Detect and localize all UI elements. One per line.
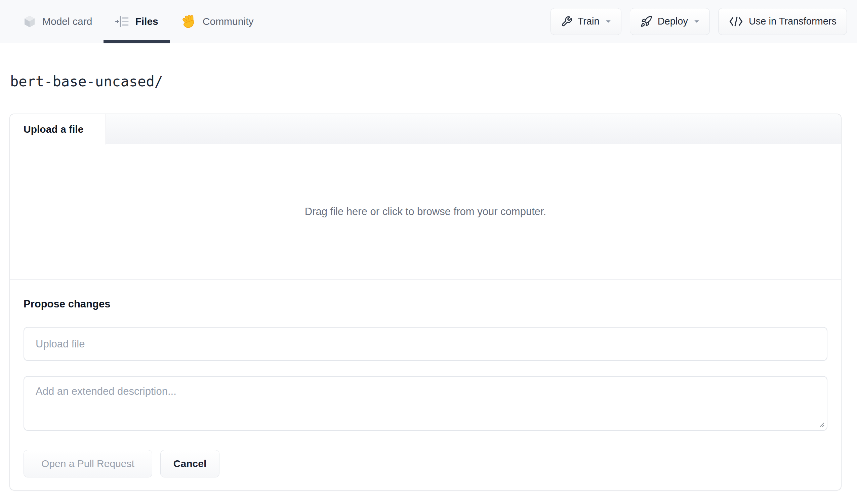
propose-actions: Open a Pull Request Cancel: [23, 450, 827, 477]
code-icon: [728, 16, 743, 27]
propose-changes-section: Propose changes Open a Pull Request Canc…: [10, 298, 841, 490]
repo-path[interactable]: bert-base-uncased/: [10, 73, 163, 90]
repo-tab-bar: Model card Files: [0, 0, 857, 43]
cube-icon: [23, 15, 36, 28]
repo-tabs: Model card Files: [23, 0, 265, 43]
open-pull-request-button[interactable]: Open a Pull Request: [23, 450, 152, 477]
waving-hand-icon: [181, 14, 197, 29]
resize-grip-icon[interactable]: [816, 419, 825, 427]
file-dropzone[interactable]: Drag file here or click to browse from y…: [10, 144, 841, 280]
propose-changes-heading: Propose changes: [23, 298, 827, 310]
action-label: Train: [578, 16, 600, 27]
dropzone-text: Drag file here or click to browse from y…: [305, 206, 546, 218]
cancel-button[interactable]: Cancel: [160, 450, 219, 477]
tab-files[interactable]: Files: [103, 0, 169, 43]
wrench-icon: [561, 16, 572, 27]
action-label: Use in Transformers: [749, 16, 837, 27]
extended-description-textarea[interactable]: [23, 376, 827, 431]
repo-action-buttons: Train Deploy: [551, 8, 847, 35]
upload-filename-input[interactable]: [23, 327, 827, 361]
breadcrumb: bert-base-uncased/: [10, 73, 857, 90]
tab-label: Files: [135, 16, 158, 27]
chevron-down-icon: [694, 20, 700, 23]
description-field-wrapper: [23, 376, 827, 431]
files-list-icon: [115, 14, 129, 29]
active-tab-underline: [103, 40, 169, 43]
deploy-button[interactable]: Deploy: [630, 8, 710, 35]
tab-upload-a-file[interactable]: Upload a file: [10, 114, 106, 145]
tab-model-card[interactable]: Model card: [23, 0, 103, 43]
upload-card: Upload a file Drag file here or click to…: [10, 114, 842, 490]
action-label: Deploy: [658, 16, 688, 27]
tab-label: Model card: [43, 16, 92, 27]
use-in-transformers-button[interactable]: Use in Transformers: [718, 8, 847, 35]
tab-label: Community: [203, 16, 254, 27]
tab-community[interactable]: Community: [170, 0, 265, 43]
train-button[interactable]: Train: [551, 8, 621, 35]
chevron-down-icon: [606, 20, 611, 23]
upload-card-tab-bar: Upload a file: [10, 114, 841, 144]
rocket-icon: [640, 15, 652, 28]
